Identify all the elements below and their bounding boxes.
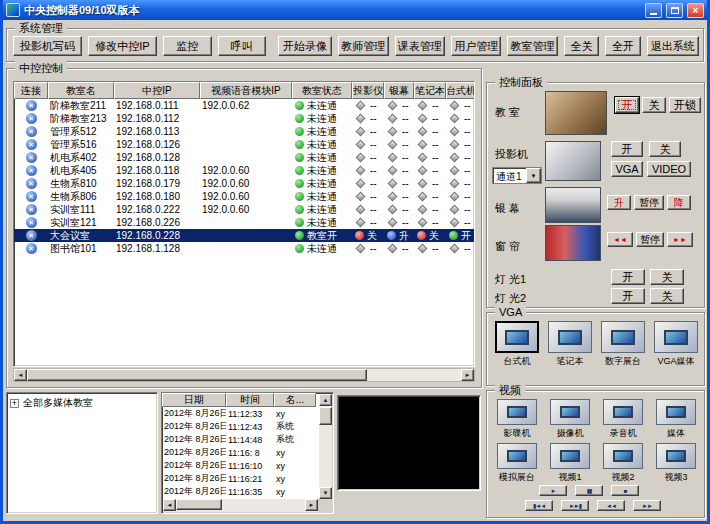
video3-button[interactable] xyxy=(656,443,696,469)
classroom-on-button[interactable]: 开 xyxy=(615,97,639,113)
titlebar[interactable]: 中央控制器09/10双版本 × xyxy=(3,0,707,20)
screen-up-button[interactable]: 升 xyxy=(607,195,631,210)
log-row[interactable]: 2012年 8月26日11:16:35xy xyxy=(162,485,319,498)
rewind-button[interactable]: ◄◄ xyxy=(597,500,625,511)
scroll-up-icon[interactable]: ▲ xyxy=(319,394,332,406)
scroll-left-icon[interactable]: ◄ xyxy=(14,369,27,381)
classroom-row[interactable]: ×管理系516192.168.0.126未连通-------- xyxy=(14,138,474,151)
classroom-row[interactable]: ×管理系512192.168.0.113未连通-------- xyxy=(14,125,474,138)
curtain-close-button[interactable]: ►► xyxy=(667,232,693,247)
classroom-row[interactable]: ×机电系405192.168.0.118192.0.0.60未连通-------… xyxy=(14,164,474,177)
minimize-button[interactable] xyxy=(645,3,662,18)
log-column-header-2[interactable]: 名... xyxy=(274,393,316,407)
log-row[interactable]: 2012年 8月26日11:16:21xy xyxy=(162,472,319,485)
close-button[interactable]: × xyxy=(687,3,704,18)
column-header-6[interactable]: 银幕 xyxy=(384,82,414,99)
screen-down-button[interactable]: 降 xyxy=(667,195,691,210)
log-scroll-right-icon[interactable]: ► xyxy=(305,499,318,511)
all-on-button[interactable]: 全开 xyxy=(605,36,641,56)
vga-media-button[interactable] xyxy=(654,321,698,353)
light1-on-button[interactable]: 开 xyxy=(611,269,645,285)
log-row[interactable]: 2012年 8月26日11:14:48系统 xyxy=(162,433,319,446)
schedule-management-button[interactable]: 课表管理 xyxy=(395,36,445,56)
classroom-row[interactable]: ×图书馆101192.168.1.128未连通-------- xyxy=(14,242,474,255)
exit-system-button[interactable]: 退出系统 xyxy=(647,36,699,56)
stop-button[interactable]: ■ xyxy=(611,485,639,496)
column-header-5[interactable]: 投影仪 xyxy=(352,82,384,99)
curtain-pause-button[interactable]: 暂停 xyxy=(636,232,664,247)
classroom-management-button[interactable]: 教室管理 xyxy=(507,36,557,56)
projector-writecode-button[interactable]: 投影机写码 xyxy=(13,36,82,56)
classroom-unlock-button[interactable]: 开锁 xyxy=(669,97,701,113)
classroom-row[interactable]: ×生物系806192.168.0.180192.0.0.60未连通-------… xyxy=(14,190,474,203)
light2-on-button[interactable]: 开 xyxy=(611,288,645,304)
log-vscroll-thumb[interactable] xyxy=(319,407,332,425)
classroom-row[interactable]: ×实训室121192.168.0.226未连通-------- xyxy=(14,216,474,229)
scroll-down-icon[interactable]: ▼ xyxy=(319,487,332,499)
classroom-row[interactable]: ×阶梯教室211192.168.0.111192.0.0.62未连通------… xyxy=(14,99,474,112)
recorder-button[interactable] xyxy=(603,399,643,425)
classroom-off-button[interactable]: 关 xyxy=(642,97,666,113)
column-header-0[interactable]: 连接 xyxy=(14,82,48,99)
prev-button[interactable]: ▮◄◄ xyxy=(525,500,553,511)
teacher-management-button[interactable]: 教师管理 xyxy=(338,36,388,56)
video1-button[interactable] xyxy=(550,443,590,469)
user-management-button[interactable]: 用户管理 xyxy=(451,36,501,56)
curtain-open-button[interactable]: ◄◄ xyxy=(607,232,633,247)
expand-icon[interactable]: + xyxy=(10,399,19,408)
call-button[interactable]: 呼叫 xyxy=(218,36,267,56)
table-hscrollbar[interactable]: ◄ ► xyxy=(13,368,475,382)
classroom-row[interactable]: ×阶梯教室213192.168.0.112未连通-------- xyxy=(14,112,474,125)
projector-video-button[interactable]: VIDEO xyxy=(647,161,691,177)
classroom-row[interactable]: ×生物系810192.168.0.179192.0.0.60未连通-------… xyxy=(14,177,474,190)
log-column-header-0[interactable]: 日期 xyxy=(162,393,226,407)
log-row[interactable]: 2012年 8月26日11:16:10xy xyxy=(162,459,319,472)
camera-button[interactable] xyxy=(550,399,590,425)
video2-button[interactable] xyxy=(603,443,643,469)
classroom-tree[interactable]: + 全部多媒体教室 xyxy=(6,392,158,514)
screen-pause-button[interactable]: 暂停 xyxy=(634,195,664,210)
next-button[interactable]: ►►▮ xyxy=(561,500,589,511)
maximize-button[interactable] xyxy=(666,3,683,18)
log-row[interactable]: 2012年 8月26日11:12:43系统 xyxy=(162,420,319,433)
dvd-player-button[interactable] xyxy=(497,399,537,425)
column-header-7[interactable]: 笔记本 xyxy=(414,82,446,99)
analog-visualizer-button[interactable] xyxy=(497,443,537,469)
desktop-button[interactable] xyxy=(495,321,539,353)
tree-item-root[interactable]: + 全部多媒体教室 xyxy=(10,396,154,410)
scroll-right-icon[interactable]: ► xyxy=(461,369,474,381)
projector-off-button[interactable]: 关 xyxy=(649,141,681,157)
modify-central-ip-button[interactable]: 修改中控IP xyxy=(88,36,157,56)
classroom-row[interactable]: ×实训室111192.168.0.222192.0.0.60未连通-------… xyxy=(14,203,474,216)
column-header-8[interactable]: 台式机 xyxy=(446,82,475,99)
hscroll-thumb[interactable] xyxy=(27,369,367,381)
column-header-2[interactable]: 中控IP xyxy=(114,82,200,99)
column-header-3[interactable]: 视频语音模块IP xyxy=(200,82,292,99)
digital-visualizer-button[interactable] xyxy=(601,321,645,353)
classroom-row[interactable]: ×大会议室192.168.0.228教室开关升关开 xyxy=(14,229,474,242)
log-hscrollbar[interactable]: ◄ ► xyxy=(163,499,318,512)
column-header-4[interactable]: 教室状态 xyxy=(292,82,352,99)
media-button[interactable] xyxy=(656,399,696,425)
channel-select[interactable]: 通道1 ▼ xyxy=(492,167,542,184)
log-row[interactable]: 2012年 8月26日11:16: 8xy xyxy=(162,446,319,459)
start-recording-button[interactable]: 开始录像 xyxy=(278,36,332,56)
light2-off-button[interactable]: 关 xyxy=(650,288,684,304)
all-off-button[interactable]: 全关 xyxy=(564,36,600,56)
column-header-1[interactable]: 教室名 xyxy=(48,82,114,99)
log-column-header-1[interactable]: 时间 xyxy=(226,393,274,407)
dropdown-arrow-icon[interactable]: ▼ xyxy=(526,168,541,183)
classroom-row[interactable]: ×机电系402192.168.0.128未连通-------- xyxy=(14,151,474,164)
projector-vga-button[interactable]: VGA xyxy=(611,161,643,177)
pause-button[interactable]: ▮▮ xyxy=(575,485,603,496)
light1-off-button[interactable]: 关 xyxy=(650,269,684,285)
play-button[interactable]: ► xyxy=(539,485,567,496)
fast-forward-button[interactable]: ►► xyxy=(633,500,661,511)
monitor-button[interactable]: 监控 xyxy=(163,36,212,56)
projector-on-button[interactable]: 开 xyxy=(611,141,643,157)
laptop-button[interactable] xyxy=(548,321,592,353)
log-scroll-left-icon[interactable]: ◄ xyxy=(163,499,176,511)
log-vscrollbar[interactable]: ▲ ▼ xyxy=(319,394,332,499)
log-row[interactable]: 2012年 8月26日11:12:33xy xyxy=(162,407,319,420)
log-hscroll-thumb[interactable] xyxy=(176,499,222,510)
